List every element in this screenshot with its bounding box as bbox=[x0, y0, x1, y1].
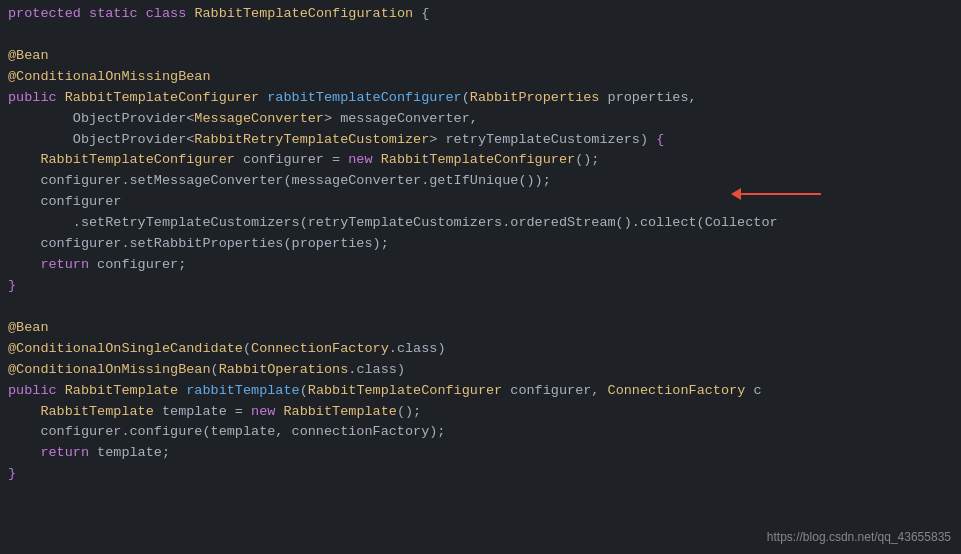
code-line-16: @Bean bbox=[8, 318, 953, 339]
arrow-line bbox=[741, 193, 821, 195]
code-line-2 bbox=[8, 25, 953, 46]
code-line-15 bbox=[8, 297, 953, 318]
code-line-4: @ConditionalOnMissingBean bbox=[8, 67, 953, 88]
code-block: protected static class RabbitTemplateCon… bbox=[0, 0, 961, 489]
code-line-3: @Bean bbox=[8, 46, 953, 67]
code-line-19: public RabbitTemplate rabbitTemplate(Rab… bbox=[8, 381, 953, 402]
code-line-22: return template; bbox=[8, 443, 953, 464]
watermark: https://blog.csdn.net/qq_43655835 bbox=[767, 530, 951, 544]
code-line-20: RabbitTemplate template = new RabbitTemp… bbox=[8, 402, 953, 423]
code-line-8: RabbitTemplateConfigurer configurer = ne… bbox=[8, 150, 953, 171]
code-line-12: configurer.setRabbitProperties(propertie… bbox=[8, 234, 953, 255]
code-line-1: protected static class RabbitTemplateCon… bbox=[8, 4, 953, 25]
code-line-23: } bbox=[8, 464, 953, 485]
code-line-18: @ConditionalOnMissingBean(RabbitOperatio… bbox=[8, 360, 953, 381]
arrow-head bbox=[731, 188, 741, 200]
arrow-annotation bbox=[731, 188, 821, 200]
code-line-11: .setRetryTemplateCustomizers(retryTempla… bbox=[8, 213, 953, 234]
code-line-14: } bbox=[8, 276, 953, 297]
code-line-13: return configurer; bbox=[8, 255, 953, 276]
code-line-17: @ConditionalOnSingleCandidate(Connection… bbox=[8, 339, 953, 360]
code-line-5: public RabbitTemplateConfigurer rabbitTe… bbox=[8, 88, 953, 109]
code-line-6: ObjectProvider<MessageConverter> message… bbox=[8, 109, 953, 130]
code-line-7: ObjectProvider<RabbitRetryTemplateCustom… bbox=[8, 130, 953, 151]
code-line-21: configurer.configure(template, connectio… bbox=[8, 422, 953, 443]
